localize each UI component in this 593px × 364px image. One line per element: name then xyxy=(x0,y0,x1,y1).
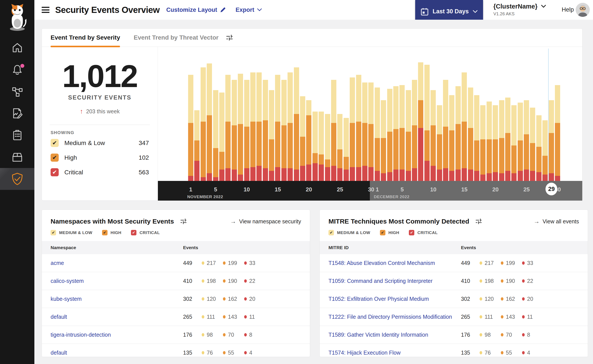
day-bar[interactable] xyxy=(400,85,405,181)
chart-settings-icon[interactable] xyxy=(226,34,233,41)
day-bar[interactable] xyxy=(207,64,212,181)
day-bar[interactable] xyxy=(424,65,430,181)
day-bar[interactable] xyxy=(418,62,423,181)
sidebar-item-security-events[interactable] xyxy=(0,168,34,190)
tab-event-trend-by-threat-vector[interactable]: Event Trend by Threat Vector xyxy=(133,29,218,47)
severity-checkbox[interactable]: ✔ xyxy=(409,230,414,235)
day-bar[interactable] xyxy=(337,114,342,181)
day-bar[interactable] xyxy=(200,67,206,181)
cluster-selector[interactable]: {ClusterName} V1.26 AKS xyxy=(493,3,546,16)
day-bar[interactable] xyxy=(462,72,467,181)
day-bar[interactable] xyxy=(219,92,225,181)
calico-cat-logo[interactable] xyxy=(5,3,29,32)
severity-checkbox[interactable]: ✔ xyxy=(51,230,56,235)
table-settings-icon[interactable] xyxy=(180,218,187,225)
day-bar[interactable] xyxy=(225,75,231,181)
day-bar[interactable] xyxy=(306,100,311,181)
mitre-technique-link[interactable]: T1222: File and Directory Permissions Mo… xyxy=(328,314,461,320)
day-bar[interactable] xyxy=(269,90,274,181)
day-bar[interactable] xyxy=(325,114,330,181)
day-bar[interactable] xyxy=(505,98,510,181)
namespace-link[interactable]: calico-system xyxy=(51,278,183,284)
day-bar[interactable] xyxy=(468,87,473,181)
table-settings-icon[interactable] xyxy=(475,218,482,225)
mitre-technique-link[interactable]: T1052: Exfiltration Over Physical Medium xyxy=(328,296,461,302)
severity-filter-chip[interactable]: ✔MEDIUM & LOW xyxy=(51,230,93,235)
sidebar-item-reports[interactable] xyxy=(0,102,34,124)
day-bar[interactable] xyxy=(263,80,268,181)
namespace-link[interactable]: acme xyxy=(51,260,183,266)
day-bar[interactable] xyxy=(213,90,218,181)
customize-layout-button[interactable]: Customize Layout xyxy=(166,6,226,13)
severity-filter-chip[interactable]: ✔HIGH xyxy=(102,230,121,235)
day-bar[interactable] xyxy=(511,105,517,181)
day-bar[interactable] xyxy=(493,105,498,181)
severity-checkbox[interactable]: ✔ xyxy=(102,230,107,235)
mitre-technique-link[interactable]: T1589: Gather Victim Identity Informatio… xyxy=(328,332,461,338)
severity-checkbox[interactable]: ✔ xyxy=(51,168,59,176)
user-avatar[interactable] xyxy=(576,3,590,17)
day-bar[interactable] xyxy=(368,83,373,181)
day-bar[interactable] xyxy=(281,80,287,181)
day-bar[interactable] xyxy=(555,85,560,181)
severity-checkbox[interactable]: ✔ xyxy=(51,154,59,162)
day-bar[interactable] xyxy=(443,80,448,181)
day-bar[interactable] xyxy=(518,103,523,181)
day-bar[interactable] xyxy=(549,100,554,181)
day-bar[interactable] xyxy=(499,100,504,181)
day-bar[interactable] xyxy=(486,102,492,181)
day-bar[interactable] xyxy=(319,111,324,181)
day-bar[interactable] xyxy=(449,95,454,181)
mitre-technique-link[interactable]: T1059: Command and Scripting Interpreter xyxy=(328,278,461,284)
sidebar-item-packages[interactable] xyxy=(0,146,34,168)
mitre-technique-link[interactable]: T1548: Abuse Elevation Control Mechanism xyxy=(328,260,461,266)
day-bar[interactable] xyxy=(381,100,386,181)
severity-filter-chip[interactable]: ✔HIGH xyxy=(380,230,400,235)
day-bar[interactable] xyxy=(530,108,535,181)
namespace-link[interactable]: default xyxy=(51,314,183,320)
day-bar[interactable] xyxy=(480,105,486,181)
day-bar[interactable] xyxy=(250,72,256,181)
day-bar[interactable] xyxy=(536,115,541,181)
severity-filter-chip[interactable]: ✔CRITICAL xyxy=(131,230,160,235)
sidebar-item-home[interactable] xyxy=(0,37,34,59)
day-bar[interactable] xyxy=(524,100,529,181)
day-bar[interactable] xyxy=(275,75,280,181)
severity-checkbox[interactable]: ✔ xyxy=(328,230,334,235)
day-bar[interactable] xyxy=(362,83,367,181)
day-bar[interactable] xyxy=(542,120,548,181)
export-button[interactable]: Export xyxy=(236,6,262,13)
day-bar[interactable] xyxy=(244,80,249,181)
chart-x-axis[interactable]: 151015202530NOVEMBER 2022151015202530302… xyxy=(158,181,582,201)
day-bar[interactable] xyxy=(300,96,305,181)
hamburger-menu-icon[interactable] xyxy=(42,7,49,13)
namespace-link[interactable]: kube-system xyxy=(51,296,183,302)
day-bar[interactable] xyxy=(232,80,237,181)
day-bar[interactable] xyxy=(356,75,361,181)
day-bar[interactable] xyxy=(412,80,417,181)
day-bar[interactable] xyxy=(375,87,380,181)
day-bar[interactable] xyxy=(387,89,393,181)
day-bar[interactable] xyxy=(437,105,442,181)
severity-checkbox[interactable]: ✔ xyxy=(131,230,136,235)
severity-checkbox[interactable]: ✔ xyxy=(380,230,385,235)
day-bar[interactable] xyxy=(331,80,336,181)
day-bar[interactable] xyxy=(287,72,293,181)
day-bar[interactable] xyxy=(474,95,479,181)
day-bar[interactable] xyxy=(455,86,461,181)
severity-filter-chip[interactable]: ✔CRITICAL xyxy=(409,230,438,235)
sidebar-item-alerts[interactable] xyxy=(0,59,34,80)
day-bar[interactable] xyxy=(393,86,399,181)
day-bar[interactable] xyxy=(238,74,243,181)
sidebar-item-compliance[interactable] xyxy=(0,124,34,146)
day-bar[interactable] xyxy=(256,72,262,181)
day-bar[interactable] xyxy=(313,111,318,181)
view-all-events-link[interactable]: → View all events xyxy=(534,218,579,225)
day-bar[interactable] xyxy=(194,110,200,181)
day-bar[interactable] xyxy=(431,90,436,181)
view-namespace-security-link[interactable]: → View namespace security xyxy=(230,218,301,225)
day-bar[interactable] xyxy=(294,67,299,181)
severity-checkbox[interactable]: ✔ xyxy=(51,139,59,147)
namespace-link[interactable]: default xyxy=(51,350,183,356)
mitre-technique-link[interactable]: T1574: Hijack Execution Flow xyxy=(328,350,461,356)
